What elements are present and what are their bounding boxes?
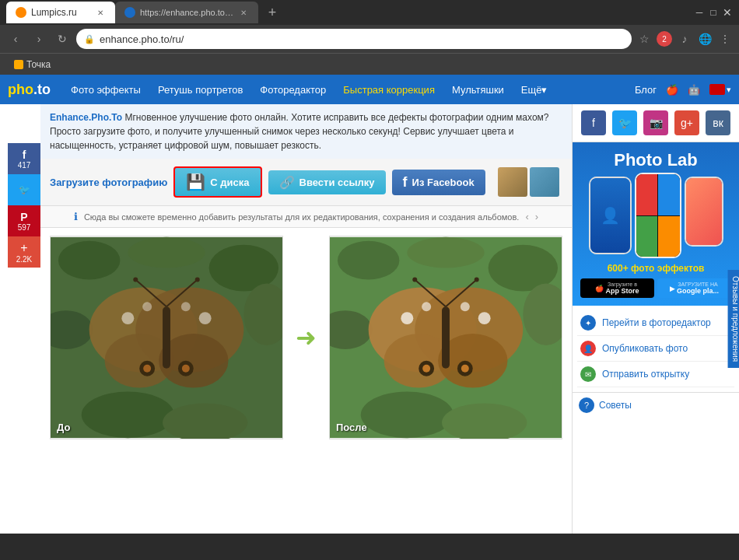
before-label: До [57,420,70,434]
translate-icon[interactable]: 🌐 [697,31,713,47]
svg-rect-20 [163,306,170,368]
thumbnail-1[interactable] [498,167,527,197]
nav-blog[interactable]: Блог [635,84,657,96]
google-play-button[interactable]: ▶ ЗАГРУЗИТЕ НА Google pla... [657,278,731,298]
site-logo[interactable]: pho.to [8,82,51,98]
minimize-button[interactable]: ─ [694,7,705,18]
phone-right [685,177,723,247]
photo-cell-3 [636,216,658,257]
nav-next-icon[interactable]: › [535,211,538,222]
site-navigation: pho.to Фото эффекты Ретушь портретов Фот… [0,75,739,104]
sidebar-vk-icon[interactable]: вк [706,110,730,135]
store-buttons: 🍎 Загрузите в App Store ▶ ЗАГРУЗИТЕ НА G… [580,278,731,298]
nav-photo-effects[interactable]: Фото эффекты [63,81,149,99]
pinterest-share-button[interactable]: P 597 [8,205,40,236]
svg-point-42 [422,365,430,373]
comparison-arrow: ➜ [296,323,317,352]
phone-mockups: 👤 [580,177,731,258]
refresh-button[interactable]: ↻ [53,30,72,48]
tab-favicon-1 [16,7,26,18]
close-button[interactable]: ✕ [722,7,733,18]
photo-cell-1 [636,174,658,215]
new-tab-button[interactable]: + [261,2,283,23]
nav-items: Фото эффекты Ретушь портретов Фоторедакт… [63,81,555,99]
svg-point-17 [143,365,151,373]
tips-label: Советы [599,400,632,411]
nav-quick-correction[interactable]: Быстрая коррекция [335,81,443,99]
main-content: f 417 🐦 P 597 + 2.2K Enhance.Pho.To Мгно… [0,104,739,534]
svg-point-44 [461,365,469,373]
bookmark-star-icon[interactable]: ☆ [636,31,652,47]
sidebar-link-publish[interactable]: 👤 Опубликовать фото [577,336,734,362]
bookmark-tochka[interactable]: Точка [9,58,55,72]
sidebar-google-plus-icon[interactable]: g+ [674,110,699,135]
upload-label-wrapper: Загрузите фотографию [50,177,167,188]
security-icon: 🔒 [84,34,95,44]
upload-label: Загрузите фотографию [50,177,167,188]
site-link[interactable]: Enhance.Pho.To [50,112,122,123]
url-bar[interactable]: 🔒 enhance.pho.to/ru/ [76,29,632,49]
feedback-tab[interactable]: Отзывы и предложения [727,270,739,368]
back-button[interactable]: ‹ [6,30,25,48]
nav-photo-editor[interactable]: Фоторедактор [252,81,334,99]
svg-point-27 [407,237,484,268]
sidebar-twitter-icon[interactable]: 🐦 [612,110,637,135]
tab-close-2[interactable]: ✕ [238,7,249,18]
nav-android-icon[interactable]: 🤖 [688,84,700,96]
upload-url-button[interactable]: 🔗 Ввести ссылку [268,170,386,194]
phone-left: 👤 [589,177,632,254]
content-area: Enhance.Pho.To Мгновенное улучшение фото… [40,104,572,534]
nav-cartoons[interactable]: Мультяшки [444,81,512,99]
svg-rect-45 [442,306,450,368]
sidebar-link-postcard[interactable]: ✉ Отправить открытку [577,362,734,387]
tab-close-1[interactable]: ✕ [95,7,106,18]
tab-enhance[interactable]: https://enhance.pho.to/ru/ ✕ [115,2,258,23]
apple-icon: 🍎 [595,285,604,292]
svg-point-37 [401,312,413,324]
phone-right-screen [686,178,722,245]
music-icon[interactable]: ♪ [677,31,692,47]
website: pho.to Фото эффекты Ретушь портретов Фот… [0,75,739,534]
photo-lab-title: Photo Lab [580,150,731,170]
sidebar-link-postcard-label: Отправить открытку [602,369,689,380]
image-comparison: До ➜ [40,228,572,447]
account-icon[interactable]: 2 [657,31,672,47]
app-store-button[interactable]: 🍎 Загрузите в App Store [580,278,654,298]
app-store-tagline: Загрузите в [605,282,639,287]
nav-portrait-retouch[interactable]: Ретушь портретов [150,81,250,99]
menu-icon[interactable]: ⋮ [717,31,733,47]
svg-point-24 [195,278,200,282]
description-text: Мгновенное улучшение фото онлайн. Хотите… [50,112,548,151]
after-image: После [330,236,562,439]
info-icon[interactable]: ℹ [74,211,78,222]
svg-point-1 [58,241,120,280]
app-store-label: App Store [605,287,639,295]
bookmark-bar: Точка [0,53,739,75]
upload-fb-label: Из Facebook [412,177,475,188]
twitter-share-button[interactable]: 🐦 [8,174,40,205]
sidebar-facebook-icon[interactable]: f [581,110,606,135]
upload-fb-button[interactable]: f Из Facebook [392,170,485,195]
sidebar-instagram-icon[interactable]: 📷 [643,110,668,135]
photo-lab-ad: Photo Lab 👤 [573,142,739,306]
maximize-button[interactable]: □ [708,7,719,18]
upload-disk-label: С диска [210,177,249,188]
sidebar-link-editor[interactable]: ✦ Перейти в фоторедактор [577,310,734,336]
postcard-icon: ✉ [580,366,596,382]
tab-lumpics[interactable]: Lumpics.ru ✕ [6,2,115,23]
nav-apple-icon[interactable]: 🍎 [666,84,678,96]
thumbnail-2[interactable] [530,167,559,197]
upload-disk-button[interactable]: 💾 С диска [173,166,261,198]
toolbar-icons: ☆ 2 ♪ 🌐 ⋮ [636,31,733,47]
before-image-content: До [51,236,282,439]
facebook-icon: f [23,149,26,161]
plus-share-button[interactable]: + 2.2K [8,236,40,268]
nav-language[interactable]: ▾ [709,84,731,95]
phone-left-icon: 👤 [601,206,620,225]
fb-icon: f [403,174,408,191]
nav-prev-icon[interactable]: ‹ [525,211,528,222]
browser-window: Lumpics.ru ✕ https://enhance.pho.to/ru/ … [0,0,739,75]
forward-button[interactable]: › [30,30,48,48]
nav-more[interactable]: Ещё▾ [513,81,555,99]
facebook-share-button[interactable]: f 417 [8,143,40,174]
